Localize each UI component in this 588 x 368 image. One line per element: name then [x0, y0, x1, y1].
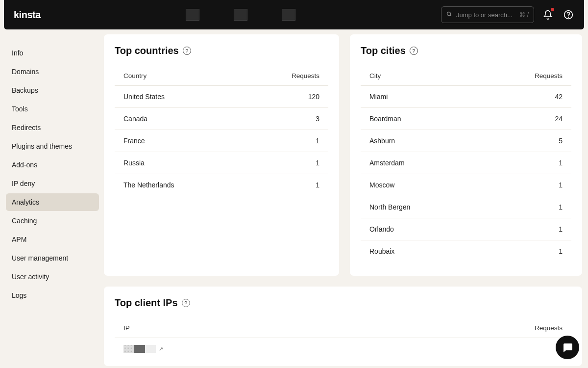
col-country: Country [115, 66, 243, 86]
row-label: Ashburn [361, 130, 479, 152]
top-cities-card: Top cities ? City Requests Miami42Boardm… [350, 34, 582, 276]
row-label: Amsterdam [361, 152, 479, 174]
card-header: Top client IPs ? [115, 297, 571, 309]
top-countries-card: Top countries ? Country Requests United … [104, 34, 339, 276]
help-icon[interactable]: ? [410, 47, 418, 55]
svg-point-0 [447, 12, 451, 15]
row-value: 4 [369, 338, 571, 362]
sidebar-item-analytics[interactable]: Analytics [6, 193, 99, 211]
brand-text: kinsta [14, 9, 41, 21]
countries-table: Country Requests United States120Canada3… [115, 66, 328, 196]
row-label: North Bergen [361, 196, 479, 218]
table-row: Boardman24 [361, 108, 571, 130]
table-row: The Netherlands1 [115, 174, 328, 196]
table-row: Amsterdam1 [361, 152, 571, 174]
row-value: 42 [479, 86, 571, 108]
sidebar-item-apm[interactable]: APM [6, 231, 99, 248]
row-label: France [115, 130, 243, 152]
nav-placeholder-3 [282, 9, 295, 21]
row-value: 3 [243, 108, 328, 130]
redacted-ip: ↗ [123, 345, 163, 353]
row-label: ↗ [115, 338, 369, 362]
help-icon[interactable]: ? [182, 299, 190, 307]
sidebar: InfoDomainsBackupsToolsRedirectsPlugins … [0, 29, 102, 368]
row-label: Orlando [361, 218, 479, 240]
help-button[interactable] [563, 9, 574, 21]
svg-point-3 [568, 17, 569, 18]
row-label: Russia [115, 152, 243, 174]
help-icon[interactable]: ? [183, 47, 191, 55]
table-row: North Bergen1 [361, 196, 571, 218]
table-row: Miami42 [361, 86, 571, 108]
search-placeholder: Jump to or search... [456, 11, 513, 19]
notification-dot-icon [551, 8, 554, 11]
cards-row: Top countries ? Country Requests United … [104, 34, 582, 276]
row-label: The Netherlands [115, 174, 243, 196]
search-input[interactable]: Jump to or search... ⌘ / [441, 6, 534, 23]
sidebar-item-backups[interactable]: Backups [6, 81, 99, 99]
col-requests: Requests [369, 318, 571, 338]
topbar: kinsta Jump to or search... ⌘ / [4, 0, 584, 29]
row-label: Miami [361, 86, 479, 108]
row-value: 1 [479, 218, 571, 240]
sidebar-item-ip-deny[interactable]: IP deny [6, 175, 99, 192]
cities-table: City Requests Miami42Boardman24Ashburn5A… [361, 66, 571, 262]
row-value: 120 [243, 86, 328, 108]
row-label: United States [115, 86, 243, 108]
card-header: Top cities ? [361, 45, 571, 56]
notifications-button[interactable] [542, 9, 554, 21]
main-layout: InfoDomainsBackupsToolsRedirectsPlugins … [0, 29, 588, 368]
nav-placeholder-1 [186, 9, 199, 21]
col-city: City [361, 66, 479, 86]
table-row: Moscow1 [361, 174, 571, 196]
chat-launcher-button[interactable] [556, 336, 579, 359]
table-row: United States120 [115, 86, 328, 108]
table-row: Russia1 [115, 152, 328, 174]
row-value: 1 [479, 174, 571, 196]
sidebar-item-caching[interactable]: Caching [6, 212, 99, 230]
row-value: 1 [479, 196, 571, 218]
card-title: Top countries [115, 45, 179, 56]
row-value: 1 [243, 152, 328, 174]
col-ip: IP [115, 318, 369, 338]
brand-logo[interactable]: kinsta [14, 9, 41, 21]
sidebar-item-user-activity[interactable]: User activity [6, 268, 99, 286]
sidebar-item-tools[interactable]: Tools [6, 100, 99, 118]
card-title: Top client IPs [115, 297, 178, 309]
ips-table: IP Requests ↗4 [115, 318, 571, 361]
card-title: Top cities [361, 45, 406, 56]
content-area: Top countries ? Country Requests United … [102, 29, 588, 368]
table-row: ↗4 [115, 338, 571, 362]
sidebar-item-user-management[interactable]: User management [6, 249, 99, 267]
col-requests: Requests [479, 66, 571, 86]
card-header: Top countries ? [115, 45, 328, 56]
table-row: Canada3 [115, 108, 328, 130]
sidebar-item-info[interactable]: Info [6, 44, 99, 62]
row-label: Canada [115, 108, 243, 130]
row-value: 1 [243, 174, 328, 196]
sidebar-item-redirects[interactable]: Redirects [6, 119, 99, 136]
table-row: Roubaix1 [361, 240, 571, 263]
table-row: France1 [115, 130, 328, 152]
search-shortcut: ⌘ / [519, 11, 529, 18]
sidebar-item-logs[interactable]: Logs [6, 287, 99, 304]
table-row: Orlando1 [361, 218, 571, 240]
row-value: 1 [479, 152, 571, 174]
row-label: Moscow [361, 174, 479, 196]
nav-placeholder-2 [234, 9, 247, 21]
top-client-ips-card: Top client IPs ? IP Requests ↗4 [104, 287, 582, 366]
row-value: 24 [479, 108, 571, 130]
row-label: Roubaix [361, 240, 479, 263]
row-value: 5 [479, 130, 571, 152]
row-value: 1 [479, 240, 571, 263]
topbar-center [49, 9, 433, 21]
external-link-icon[interactable]: ↗ [159, 346, 163, 352]
table-row: Ashburn5 [361, 130, 571, 152]
row-value: 1 [243, 130, 328, 152]
topbar-right [542, 9, 574, 21]
search-icon [446, 11, 452, 19]
chat-icon [562, 342, 573, 353]
sidebar-item-add-ons[interactable]: Add-ons [6, 156, 99, 174]
sidebar-item-plugins-and-themes[interactable]: Plugins and themes [6, 137, 99, 155]
sidebar-item-domains[interactable]: Domains [6, 63, 99, 80]
